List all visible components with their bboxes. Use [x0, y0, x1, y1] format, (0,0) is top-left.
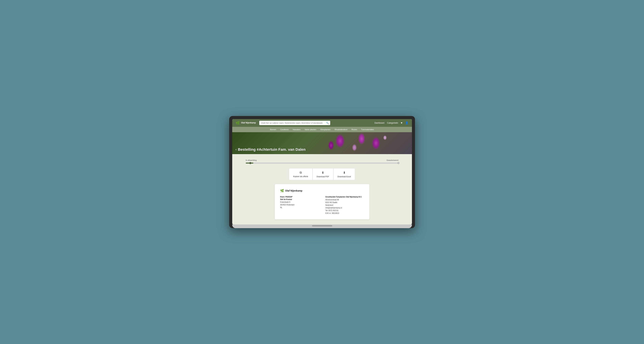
screen: 🌿 Olaf Nijenkamp 🔍 Dashboard Categorieën… [232, 119, 412, 224]
subnav-tuinmaterialen[interactable]: Tuinmaterialen [361, 129, 374, 131]
excel-icon: ⬇ [343, 171, 346, 174]
hero-banner: ‹ Bestelling #Achtertuin Fam. van Dalen [232, 132, 412, 154]
client-address2: 3024ES Rotterdam [280, 203, 319, 206]
categories-link[interactable]: Categorieën [387, 122, 398, 124]
copy-offer-button[interactable]: ⧉ Kopieer als offerte [289, 168, 312, 180]
subnav-rhododendron[interactable]: Rhododendron [334, 129, 348, 131]
client-country: NL [280, 206, 319, 209]
subnav-rozen[interactable]: Rozen [352, 129, 357, 131]
company-country: Nederland [326, 204, 364, 206]
company-phone: Tel: 0572-352131 [326, 209, 364, 212]
client-name: Stef de Kramer [280, 198, 319, 200]
laptop-frame: 🌿 Olaf Nijenkamp 🔍 Dashboard Categorieën… [229, 116, 415, 228]
doc-logo: 🌿 Olaf Nijenkamp [280, 189, 364, 192]
company-address1: Almelosestraat 88 [326, 198, 364, 201]
company-address2: 8102 HE Raalte [326, 201, 364, 204]
subnav-heesters[interactable]: Heesters [293, 129, 300, 131]
laptop-base [232, 224, 412, 228]
progress-dot-inactive [398, 162, 400, 164]
header: 🌿 Olaf Nijenkamp 🔍 Dashboard Categorieën… [232, 119, 412, 127]
subnav-klimplanten[interactable]: Klimplanten [320, 129, 330, 131]
progress-dot-active [249, 162, 251, 164]
pdf-icon: ⬇ [322, 171, 324, 174]
doc-logo-text: Olaf Nijenkamp [285, 189, 302, 192]
doc-addresses: Klant: PADDAP Stef de Kramer Kratonkade … [280, 196, 364, 215]
content-area: In afwachting Geautoriseerd ⧉ Kopieer al… [232, 154, 412, 224]
user-icon[interactable]: 👤 [405, 121, 408, 125]
logo-icon: 🌿 [236, 121, 240, 125]
doc-logo-icon: 🌿 [280, 189, 284, 192]
search-button[interactable]: 🔍 [326, 122, 329, 124]
page-title: Bestelling #Achtertuin Fam. van Dalen [238, 147, 306, 152]
company-address: Groothandel-Tuinplanten Olaf Nijenkamp B… [326, 196, 364, 215]
sub-nav: Bomen Coniferen Heesters Vaste planten K… [232, 127, 412, 132]
hero-title: ‹ Bestelling #Achtertuin Fam. van Dalen [236, 147, 306, 152]
subnav-vaste-planten[interactable]: Vaste planten [304, 129, 316, 131]
heart-icon[interactable]: ♥ [401, 121, 402, 125]
client-label: Klant: PADDAP [280, 196, 319, 198]
back-arrow-icon[interactable]: ‹ [236, 148, 236, 151]
progress-labels: In afwachting Geautoriseerd [246, 159, 398, 161]
action-buttons: ⧉ Kopieer als offerte ⬇ Download PDF ⬇ D… [236, 168, 408, 180]
progress-label-right: Geautoriseerd [386, 159, 398, 161]
progress-bar [246, 163, 398, 164]
progress-label-left: In afwachting [246, 159, 257, 161]
logo-text: Olaf Nijenkamp [241, 122, 256, 124]
document-card: 🌿 Olaf Nijenkamp Klant: PADDAP Stef de K… [275, 184, 370, 219]
download-pdf-label: Download PDF [317, 175, 329, 177]
download-excel-label: Download Excel [338, 175, 351, 177]
client-address: Klant: PADDAP Stef de Kramer Kratonkade … [280, 196, 319, 215]
company-name: Groothandel-Tuinplanten Olaf Nijenkamp B… [326, 196, 364, 198]
nav-right: Dashboard Categorieën ♥ 👤 [374, 121, 408, 125]
subnav-bomen[interactable]: Bomen [270, 129, 276, 131]
logo: 🌿 Olaf Nijenkamp [236, 121, 256, 125]
download-pdf-button[interactable]: ⬇ Download PDF [312, 168, 334, 180]
company-kvk: KVK nr: 38019610 [326, 212, 364, 215]
search-input[interactable] [259, 121, 330, 125]
client-address1: Kratonkade 9 [280, 201, 319, 203]
download-excel-button[interactable]: ⬇ Download Excel [334, 168, 355, 180]
progress-section: In afwachting Geautoriseerd [236, 159, 408, 164]
company-email: info@olafnijenkamp.nl [326, 206, 364, 209]
subnav-coniferen[interactable]: Coniferen [280, 129, 289, 131]
copy-offer-label: Kopieer als offerte [293, 175, 308, 177]
copy-icon: ⧉ [300, 171, 302, 174]
dashboard-link[interactable]: Dashboard [374, 122, 384, 124]
search-bar: 🔍 [259, 121, 330, 125]
